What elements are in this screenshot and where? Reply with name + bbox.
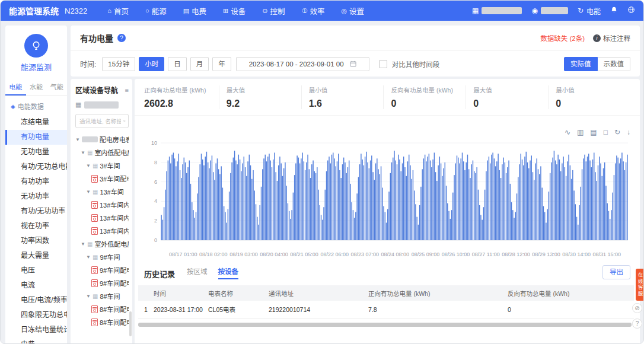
table-horizontal-scrollbar[interactable] (138, 323, 632, 327)
help-icon[interactable]: ? (117, 34, 126, 42)
tree-node[interactable]: 9#车间配电... (75, 276, 129, 289)
caret-icon[interactable]: ▼ (86, 254, 91, 260)
meter-icon (91, 214, 98, 222)
sidebar-item[interactable]: 四象限无功总电能 (5, 308, 67, 323)
nav-item-settings[interactable]: ◎设置 (341, 5, 364, 17)
sidebar-item[interactable]: 无功功率 (5, 189, 67, 204)
nav-item-efficiency[interactable]: ①效率 (302, 5, 325, 17)
tree-node[interactable]: ▼▦8#车间 (75, 289, 129, 302)
export-button[interactable]: 导出 (602, 265, 630, 279)
top-navbar: 能源管理系统 N2322 ⌂首页○能源▤电费⊞设备⊙控制①效率◎设置 ▦ ◉ ↻… (1, 1, 643, 21)
sidebar-item[interactable]: 冻结电量 (5, 115, 67, 130)
sidebar-item[interactable]: 有功/无功功率 (5, 204, 67, 219)
nav-item-control[interactable]: ⊙控制 (262, 5, 285, 17)
bar-chart-icon[interactable]: ▥ (577, 129, 584, 136)
sidebar-group-electric-data[interactable]: ◈ 电能数据 (5, 96, 67, 115)
collapse-nav-icon[interactable]: ≡ (125, 87, 129, 94)
tree-node-label: 室外低配电房 (94, 239, 129, 249)
sidebar-item[interactable]: 无功电量 (5, 145, 67, 160)
annotate-toggle[interactable]: i 标注注释 (593, 33, 630, 43)
online-service-tab[interactable]: 在线客服 (636, 269, 643, 301)
device-search-input[interactable] (78, 117, 122, 125)
tree-node[interactable]: ▼▦3#车间 (75, 159, 129, 172)
stat-block: 最小值0 (548, 85, 630, 109)
compare-checkbox[interactable] (379, 60, 387, 68)
sidebar-group-label: 电能数据 (18, 101, 44, 111)
granularity-button[interactable]: 月 (190, 57, 209, 71)
line-chart-icon[interactable]: ∿ (565, 129, 570, 136)
nav-item-bill[interactable]: ▤电费 (183, 5, 206, 17)
tree-node[interactable]: ▼▦室外低配电房 (75, 237, 129, 250)
nav-item-energy[interactable]: ○能源 (145, 5, 167, 17)
value-mode-button[interactable]: 实际值 (564, 57, 598, 71)
tree-node[interactable]: 9#车间配电... (75, 263, 129, 276)
caret-icon[interactable]: ▼ (86, 189, 91, 195)
nav-item-label: 设置 (349, 5, 364, 17)
sidebar-tab-气能[interactable]: 气能 (46, 78, 67, 95)
caret-icon[interactable]: ▼ (86, 294, 91, 299)
sidebar-item[interactable]: 最大需量 (5, 249, 67, 263)
granularity-button[interactable]: 年 (212, 57, 231, 71)
tree-node[interactable]: ▼▦室内低配电房 (75, 146, 129, 159)
sidebar-item[interactable]: 电流 (5, 278, 67, 293)
history-tab-按设备[interactable]: 按设备 (218, 266, 239, 279)
sidebar-item[interactable]: 电费 (5, 337, 67, 343)
caret-icon[interactable]: ▼ (75, 137, 80, 142)
sidebar-item[interactable]: 日冻结电量统计 (5, 323, 67, 337)
tree-node[interactable]: 13#车间内... (75, 211, 129, 224)
value-mode-button[interactable]: 示数值 (598, 57, 631, 71)
help-fab[interactable]: ? (632, 318, 642, 329)
sidebar-tab-水能[interactable]: 水能 (26, 78, 47, 95)
tree-node-label: 9#车间配电... (100, 278, 129, 288)
bar-chart: 0246810 (143, 138, 632, 249)
site-row: ▦ (75, 101, 129, 109)
restore-icon[interactable]: □ (604, 129, 608, 136)
sidebar-item[interactable]: 有功/无功总电能 (5, 160, 67, 174)
user-selector[interactable]: ◉ (531, 7, 568, 15)
data-view-icon[interactable]: ▤ (590, 129, 597, 136)
tree-node[interactable]: ▼配电房电表 (75, 133, 129, 146)
nav-item-home[interactable]: ⌂首页 (107, 5, 129, 17)
app-window: 能源管理系统 N2322 ⌂首页○能源▤电费⊞设备⊙控制①效率◎设置 ▦ ◉ ↻… (0, 0, 644, 344)
history-tab-按区域[interactable]: 按区域 (187, 266, 208, 279)
search-icon[interactable] (123, 118, 126, 124)
sidebar-item[interactable]: 电压 (5, 263, 67, 278)
download-icon[interactable]: ↓ (627, 129, 630, 136)
notification-bell-icon[interactable] (610, 6, 618, 15)
tree-node[interactable]: 13#车间内... (75, 224, 129, 237)
energy-type-label: 电能 (586, 6, 601, 16)
granularity-button[interactable]: 小时 (139, 57, 164, 71)
tree-node[interactable]: 8#车间配电... (75, 316, 129, 329)
sidebar-item[interactable]: 电压/电流/频率 (5, 293, 67, 308)
tree-node[interactable]: 8#车间配电... (75, 302, 129, 316)
caret-icon[interactable]: ▼ (81, 150, 85, 155)
date-range-picker[interactable]: 2023-08-17 00 - 2023-09-01 00 (236, 57, 369, 71)
refresh-icon[interactable]: ↻ (614, 129, 620, 136)
meter-icon (91, 266, 98, 274)
tree-node[interactable]: 13#车间内... (75, 198, 129, 211)
caret-icon[interactable]: ▼ (86, 163, 91, 168)
org-selector[interactable]: ▦ (472, 7, 522, 15)
sidebar-tab-电能[interactable]: 电能 (5, 78, 26, 95)
granularity-button[interactable]: 日 (168, 57, 187, 71)
tree-node-label: 13#车间内... (100, 226, 129, 235)
energy-type-switch[interactable]: ↻ 电能 (578, 6, 601, 16)
missing-data-link[interactable]: 数据缺失 (2条) (540, 33, 585, 43)
annotate-info-icon: i (593, 34, 601, 42)
diamond-icon: ◈ (11, 103, 15, 110)
sidebar-item[interactable]: 有功电量 (5, 130, 67, 145)
tree-node[interactable]: ▼▦9#车间 (75, 250, 129, 263)
caret-icon[interactable]: ▼ (81, 241, 85, 247)
nav-item-device[interactable]: ⊞设备 (223, 5, 246, 17)
table-row[interactable]: 12023-08-31 17:00CL05电表2192200107147.80 (138, 301, 634, 318)
annotation-fab[interactable]: ⊘ (632, 303, 642, 313)
tree-node[interactable]: ▼▦13#车间 (75, 185, 129, 198)
sidebar-item[interactable]: 有功功率 (5, 174, 67, 189)
device-nav-scrollbar[interactable] (129, 311, 132, 336)
sidebar-item[interactable]: 功率因数 (5, 234, 67, 249)
table-cell: 0 (503, 306, 634, 313)
tree-node[interactable]: 3#车间配电... (75, 172, 129, 185)
language-globe-icon[interactable] (627, 6, 635, 15)
sidebar-item[interactable]: 视在功率 (5, 219, 67, 234)
granularity-button[interactable]: 15分钟 (102, 57, 135, 71)
